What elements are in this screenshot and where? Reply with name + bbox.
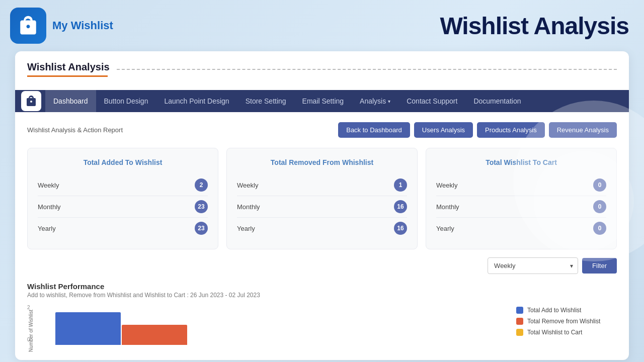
stat-label-weekly-removed: Weekly bbox=[237, 182, 258, 189]
nav-item-store-setting[interactable]: Store Setting bbox=[237, 90, 294, 112]
section-report-label: Wishlist Analysis & Action Report bbox=[27, 126, 123, 134]
chart-area: 2 0 Number of Wishlist Total Add to Wish… bbox=[27, 305, 617, 350]
stat-label-monthly-cart: Monthly bbox=[436, 203, 459, 211]
nav-item-contact-support[interactable]: Contact Support bbox=[398, 90, 465, 112]
users-analysis-button[interactable]: Users Analysis bbox=[414, 122, 473, 138]
nav-items: Dashboard Button Design Launch Point Des… bbox=[45, 90, 529, 112]
logo-area: My Wishlist bbox=[10, 8, 113, 44]
card-header-row: Wishlist Analysis bbox=[15, 51, 629, 82]
action-buttons: Back to Dashboard Users Analysis Product… bbox=[338, 122, 617, 138]
legend-label-red: Total Remove from Wishlist bbox=[527, 318, 600, 325]
stat-label-monthly-added: Monthly bbox=[38, 203, 61, 211]
products-analysis-button[interactable]: Products Analysis bbox=[477, 122, 545, 138]
y-axis-label: Number of Wishlist bbox=[28, 310, 34, 352]
stat-badge-monthly-cart: 0 bbox=[593, 200, 606, 213]
filter-select-wrapper: Weekly Monthly Yearly bbox=[488, 257, 578, 274]
chart-section: Wishlist Performance Add to wishlist, Re… bbox=[15, 282, 629, 350]
chart-legend: Total Add to Wishlist Total Remove from … bbox=[516, 305, 617, 336]
nav-bar: Dashboard Button Design Launch Point Des… bbox=[15, 90, 629, 112]
revenue-analysis-button[interactable]: Revenue Analysis bbox=[549, 122, 617, 138]
stat-row-monthly-cart: Monthly 0 bbox=[436, 196, 606, 218]
stats-row: Total Added To Wishlist Weekly 2 Monthly… bbox=[15, 148, 629, 249]
stat-badge-weekly-cart: 0 bbox=[593, 178, 606, 192]
legend-label-yellow: Total Wishlist to Cart bbox=[527, 329, 582, 336]
title-underline bbox=[27, 75, 108, 77]
chart-bars bbox=[45, 305, 508, 345]
stat-label-yearly-added: Yearly bbox=[38, 225, 56, 232]
nav-item-email-setting[interactable]: Email Setting bbox=[294, 90, 352, 112]
legend-dot-yellow bbox=[516, 329, 523, 336]
stat-row-yearly-removed: Yearly 16 bbox=[237, 218, 407, 239]
stat-label-weekly-cart: Weekly bbox=[436, 182, 457, 189]
back-to-dashboard-button[interactable]: Back to Dashboard bbox=[338, 122, 410, 138]
nav-item-analysis[interactable]: Analysis ▾ bbox=[352, 90, 398, 112]
legend-item-yellow: Total Wishlist to Cart bbox=[516, 329, 617, 336]
nav-item-launch-point[interactable]: Launch Point Design bbox=[156, 90, 237, 112]
chart-subtitle: Add to wishlist, Remove from Whishlist a… bbox=[27, 292, 617, 299]
stat-row-monthly-removed: Monthly 16 bbox=[237, 196, 407, 218]
stat-row-yearly-added: Yearly 23 bbox=[38, 218, 208, 239]
bar-remove-wishlist bbox=[122, 325, 187, 345]
chart-title: Wishlist Performance bbox=[27, 282, 617, 291]
stat-label-monthly-removed: Monthly bbox=[237, 203, 260, 211]
top-header: My Wishlist Wishlist Analysis bbox=[0, 0, 644, 51]
filter-row: Weekly Monthly Yearly Filter bbox=[15, 257, 629, 282]
main-page-title: Wishlist Analysis bbox=[440, 12, 629, 40]
legend-dot-red bbox=[516, 318, 523, 325]
legend-item-blue: Total Add to Wishlist bbox=[516, 307, 617, 314]
stat-row-yearly-cart: Yearly 0 bbox=[436, 218, 606, 239]
stat-card-cart-title: Total Wishlist To Cart bbox=[436, 158, 606, 166]
legend-label-blue: Total Add to Wishlist bbox=[527, 307, 581, 314]
stat-card-removed-title: Total Removed From Whishlist bbox=[237, 158, 407, 166]
stat-badge-monthly-added: 23 bbox=[195, 200, 208, 213]
section-header: Wishlist Analysis & Action Report Back t… bbox=[15, 112, 629, 148]
bar-add-wishlist bbox=[55, 312, 121, 345]
legend-item-red: Total Remove from Wishlist bbox=[516, 318, 617, 325]
legend-dot-blue bbox=[516, 307, 523, 314]
stat-badge-weekly-added: 2 bbox=[195, 178, 208, 192]
nav-logo-icon bbox=[21, 91, 41, 111]
stat-label-yearly-cart: Yearly bbox=[436, 225, 454, 232]
stat-row-weekly-removed: Weekly 1 bbox=[237, 174, 407, 196]
nav-item-button-design[interactable]: Button Design bbox=[96, 90, 156, 112]
stat-card-added-title: Total Added To Wishlist bbox=[38, 158, 208, 166]
stat-card-removed: Total Removed From Whishlist Weekly 1 Mo… bbox=[226, 148, 418, 249]
stat-row-monthly-added: Monthly 23 bbox=[38, 196, 208, 218]
stat-card-added: Total Added To Wishlist Weekly 2 Monthly… bbox=[27, 148, 218, 249]
stat-label-weekly-added: Weekly bbox=[38, 182, 59, 189]
stat-badge-yearly-removed: 16 bbox=[394, 222, 407, 235]
stat-badge-yearly-added: 23 bbox=[195, 222, 208, 235]
period-filter-select[interactable]: Weekly Monthly Yearly bbox=[488, 257, 578, 274]
analysis-dropdown-arrow: ▾ bbox=[388, 99, 390, 104]
stat-badge-weekly-removed: 1 bbox=[394, 178, 407, 192]
app-name: My Wishlist bbox=[52, 19, 113, 32]
stat-badge-monthly-removed: 16 bbox=[394, 200, 407, 213]
app-logo bbox=[10, 8, 46, 44]
stat-card-cart: Total Wishlist To Cart Weekly 0 Monthly … bbox=[426, 148, 617, 249]
nav-item-documentation[interactable]: Documentation bbox=[465, 90, 529, 112]
header-dashes bbox=[117, 69, 617, 70]
stat-badge-yearly-cart: 0 bbox=[593, 222, 606, 235]
card-title-group: Wishlist Analysis bbox=[27, 61, 110, 77]
card-title: Wishlist Analysis bbox=[27, 61, 110, 73]
stat-row-weekly-added: Weekly 2 bbox=[38, 174, 208, 196]
filter-button[interactable]: Filter bbox=[582, 258, 617, 274]
stat-row-weekly-cart: Weekly 0 bbox=[436, 174, 606, 196]
stat-label-yearly-removed: Yearly bbox=[237, 225, 255, 232]
chart-graph: 2 0 Number of Wishlist bbox=[27, 305, 508, 350]
nav-item-dashboard[interactable]: Dashboard bbox=[45, 90, 96, 112]
main-card: Wishlist Analysis Dashboard Button Desig… bbox=[15, 51, 629, 360]
